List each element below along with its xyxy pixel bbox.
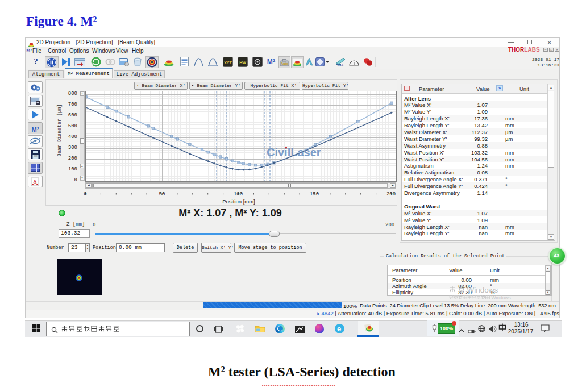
svg-text:Mark: Mark <box>337 64 344 67</box>
svg-text:HW: HW <box>239 61 246 65</box>
svg-text:CivilLaser: CivilLaser <box>267 146 321 159</box>
svg-text:XYZ: XYZ <box>224 61 232 65</box>
svg-text:Auto: Auto <box>281 62 288 65</box>
